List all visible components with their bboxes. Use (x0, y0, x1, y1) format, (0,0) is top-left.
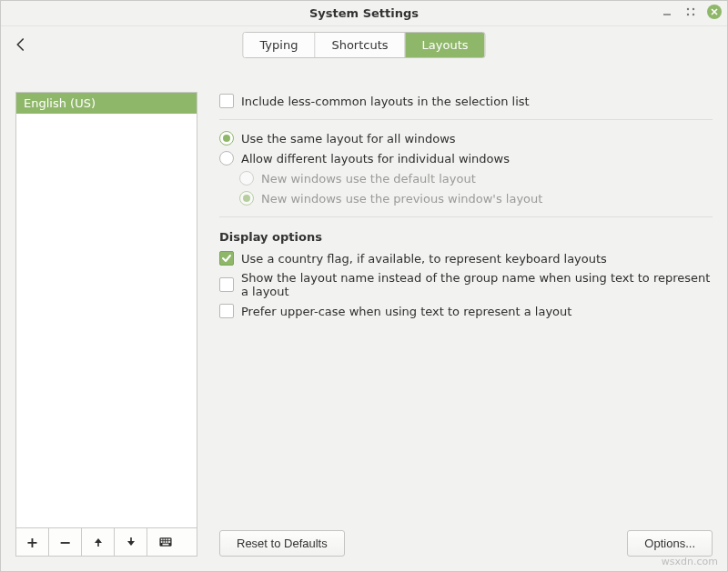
label-new-win-default: New windows use the default layout (261, 172, 476, 186)
reset-defaults-button[interactable]: Reset to Defaults (219, 530, 345, 557)
label-show-layout-name[interactable]: Show the layout name instead of the grou… (241, 271, 713, 298)
window-title: System Settings (309, 6, 419, 20)
keyboard-preview-button[interactable] (147, 528, 184, 556)
svg-rect-15 (163, 541, 165, 543)
svg-point-2 (693, 8, 694, 10)
row-same-layout-all: Use the same layout for all windows (219, 129, 713, 147)
svg-rect-11 (163, 539, 165, 541)
svg-rect-16 (166, 541, 167, 543)
radio-new-win-default (239, 171, 254, 186)
close-button[interactable] (707, 5, 722, 19)
tab-typing[interactable]: Typing (243, 33, 315, 57)
layouts-sidebar: English (US) + − (15, 92, 197, 557)
svg-rect-17 (168, 541, 171, 543)
row-include-less-common: Include less-common layouts in the selec… (219, 92, 713, 110)
content-area: English (US) + − Include less-commo (1, 63, 727, 571)
display-options-heading: Display options (219, 226, 713, 249)
svg-rect-18 (163, 544, 169, 546)
tab-layouts[interactable]: Layouts (406, 33, 485, 57)
layout-item-english-us[interactable]: English (US) (16, 93, 197, 114)
row-allow-different: Allow different layouts for individual w… (219, 149, 713, 167)
checkbox-use-flag[interactable] (219, 251, 234, 266)
move-up-button[interactable] (82, 528, 115, 556)
checkbox-prefer-upper[interactable] (219, 304, 234, 318)
window-layout-radio-group: Use the same layout for all windows Allo… (219, 129, 713, 207)
svg-rect-13 (168, 539, 171, 541)
label-use-flag[interactable]: Use a country flag, if available, to rep… (241, 252, 607, 266)
window-controls (660, 5, 722, 19)
radio-allow-different[interactable] (219, 151, 234, 166)
svg-point-1 (687, 8, 689, 10)
add-layout-button[interactable]: + (16, 528, 49, 556)
options-button[interactable]: Options... (627, 530, 713, 557)
layouts-toolbar: + − (15, 527, 197, 557)
header-row: Typing Shortcuts Layouts (1, 26, 727, 63)
row-prefer-upper: Prefer upper-case when using text to rep… (219, 302, 713, 320)
row-show-layout-name: Show the layout name instead of the grou… (219, 269, 713, 300)
layouts-list[interactable]: English (US) (15, 92, 197, 527)
tab-shortcuts[interactable]: Shortcuts (315, 33, 405, 57)
display-options-group: Use a country flag, if available, to rep… (219, 249, 713, 320)
settings-window: System Settings Typing S (0, 0, 728, 572)
label-allow-different[interactable]: Allow different layouts for individual w… (241, 152, 510, 166)
checkbox-include-less-common[interactable] (219, 94, 234, 108)
svg-rect-14 (161, 541, 163, 543)
radio-new-win-previous (239, 191, 254, 206)
titlebar: System Settings (1, 1, 727, 26)
minimize-button[interactable] (660, 5, 674, 19)
label-include-less-common[interactable]: Include less-common layouts in the selec… (241, 95, 530, 108)
panel-footer: Reset to Defaults Options... (219, 530, 713, 557)
settings-panel: Include less-common layouts in the selec… (219, 92, 713, 557)
tab-bar: Typing Shortcuts Layouts (242, 32, 485, 58)
move-down-button[interactable] (115, 528, 147, 556)
svg-point-4 (693, 14, 694, 15)
maximize-button[interactable] (683, 5, 698, 19)
checkbox-show-layout-name[interactable] (219, 277, 234, 292)
svg-rect-10 (161, 539, 163, 541)
label-prefer-upper[interactable]: Prefer upper-case when using text to rep… (241, 305, 571, 318)
row-use-flag: Use a country flag, if available, to rep… (219, 249, 713, 267)
back-button[interactable] (10, 34, 32, 55)
remove-layout-button[interactable]: − (49, 528, 82, 556)
svg-rect-12 (166, 539, 167, 541)
radio-same-layout-all[interactable] (219, 131, 234, 146)
separator-2 (219, 216, 713, 217)
label-same-layout-all[interactable]: Use the same layout for all windows (241, 132, 456, 146)
row-new-win-previous: New windows use the previous window's la… (219, 189, 713, 207)
row-new-win-default: New windows use the default layout (219, 169, 713, 187)
label-new-win-previous: New windows use the previous window's la… (261, 192, 542, 206)
separator-1 (219, 119, 713, 120)
svg-point-3 (687, 14, 689, 15)
